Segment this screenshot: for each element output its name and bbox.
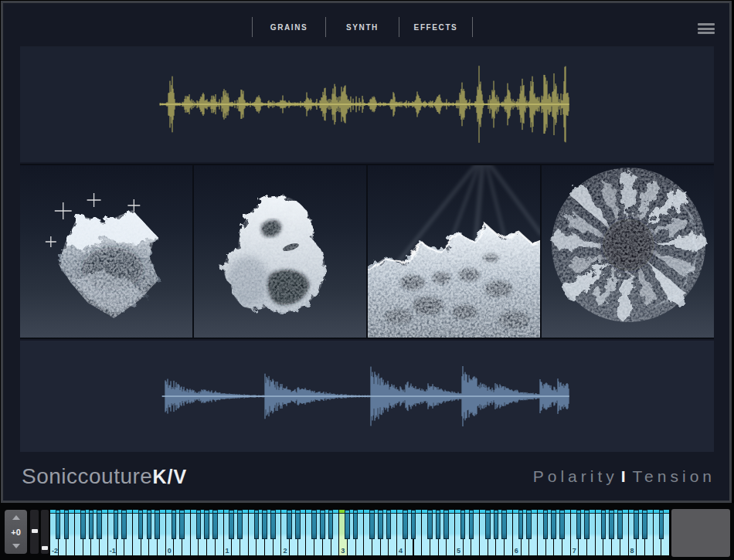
black-key-C#3[interactable] — [345, 510, 350, 539]
tile-particle-burst[interactable] — [542, 165, 714, 338]
black-key-F#0[interactable] — [196, 510, 202, 539]
black-key-F#-2[interactable] — [80, 510, 86, 539]
black-key-D#8[interactable] — [642, 510, 647, 539]
comet-surface-image — [368, 165, 540, 338]
black-key-G#3[interactable] — [378, 510, 383, 539]
sample-tiles — [20, 164, 714, 339]
key-range-strip — [387, 511, 391, 513]
keyboard-scrollbar-vertical[interactable] — [30, 510, 39, 554]
transpose-control[interactable]: +0 — [5, 510, 27, 554]
black-key-C#-1[interactable] — [114, 510, 119, 539]
black-key-C#6[interactable] — [518, 510, 524, 539]
tile-comet-surface[interactable] — [368, 165, 540, 338]
black-key-F#7[interactable] — [601, 510, 607, 539]
key-range-strip — [560, 511, 564, 513]
tile-asteroid-rock[interactable] — [194, 165, 366, 338]
black-key-F#2[interactable] — [311, 510, 317, 539]
black-key-A#7[interactable] — [617, 510, 623, 539]
black-key-A#4[interactable] — [443, 510, 449, 539]
slider-handle[interactable] — [42, 546, 48, 550]
black-key-G#1[interactable] — [262, 510, 267, 539]
black-key-D#6[interactable] — [526, 510, 532, 539]
key-range-strip — [527, 511, 531, 513]
key-range-strip — [205, 511, 209, 513]
black-key-A#6[interactable] — [559, 510, 565, 539]
key-range-strip — [255, 511, 259, 513]
octave-label: -2 — [52, 547, 58, 555]
key-range-strip — [634, 511, 638, 513]
black-key-G#6[interactable] — [551, 510, 556, 539]
black-key-C#8[interactable] — [634, 510, 639, 539]
black-key-C#5[interactable] — [460, 510, 466, 539]
black-key-C#4[interactable] — [403, 510, 408, 539]
hamburger-menu-icon[interactable] — [698, 23, 715, 34]
keyboard-zoom-slider[interactable] — [41, 510, 49, 554]
key-range-strip — [444, 511, 448, 513]
asteroid-rock-image — [194, 165, 366, 338]
series-divider: I — [618, 467, 633, 485]
black-key-F#3[interactable] — [369, 510, 375, 539]
octave-label: 0 — [168, 547, 172, 555]
black-key-D#7[interactable] — [584, 510, 590, 539]
key-range-strip — [552, 511, 556, 513]
key-range-strip — [354, 511, 358, 513]
black-key-D#5[interactable] — [469, 510, 474, 539]
black-key-D#3[interactable] — [353, 510, 359, 539]
key-range-strip — [577, 511, 581, 513]
scrollbar-handle[interactable] — [32, 529, 38, 533]
black-key-F#6[interactable] — [543, 510, 549, 539]
octave-label: 1 — [226, 547, 229, 555]
black-key-A#-2[interactable] — [97, 510, 102, 539]
key-range-strip — [370, 511, 374, 513]
black-key-G#-2[interactable] — [89, 510, 94, 539]
black-key-C#-2[interactable] — [56, 510, 61, 539]
black-key-F#5[interactable] — [485, 510, 491, 539]
tab-synth[interactable]: SYNTH — [326, 23, 399, 32]
series-right: Tension — [633, 467, 715, 485]
black-key-A#3[interactable] — [386, 510, 392, 539]
key-range-strip — [618, 511, 622, 513]
octave-label: 8 — [630, 547, 634, 555]
black-key-G#4[interactable] — [436, 510, 441, 539]
black-key-C#2[interactable] — [287, 510, 292, 539]
key-range-strip — [502, 511, 506, 513]
transpose-down-icon[interactable] — [12, 544, 20, 548]
black-key-A#1[interactable] — [270, 510, 276, 539]
black-key-A#5[interactable] — [501, 510, 507, 539]
black-key-D#4[interactable] — [411, 510, 416, 539]
black-key-C#1[interactable] — [229, 510, 234, 539]
key-range-strip — [437, 511, 440, 513]
black-key-G#-1[interactable] — [147, 510, 152, 539]
black-key-D#-1[interactable] — [121, 510, 127, 539]
octave-label: 3 — [341, 547, 345, 555]
black-key-A#0[interactable] — [212, 510, 218, 539]
key-range-strip — [229, 511, 233, 513]
octave-label: -1 — [110, 547, 116, 555]
black-key-G#2[interactable] — [320, 510, 325, 539]
black-key-G#5[interactable] — [494, 510, 499, 539]
black-key-G#0[interactable] — [204, 510, 209, 539]
black-key-A#2[interactable] — [328, 510, 334, 539]
tile-crystal-shard[interactable] — [20, 165, 192, 338]
black-key-G#7[interactable] — [609, 510, 614, 539]
black-key-C#0[interactable] — [172, 510, 177, 539]
black-key-A#-1[interactable] — [155, 510, 160, 539]
black-key-D#-2[interactable] — [64, 510, 70, 539]
key-range-strip — [155, 511, 159, 513]
key-range-strip — [56, 511, 60, 513]
key-range-strip — [519, 511, 523, 513]
black-key-D#2[interactable] — [295, 510, 301, 539]
black-key-F#-1[interactable] — [138, 510, 144, 539]
tab-grains[interactable]: GRAINS — [253, 23, 325, 32]
tab-effects[interactable]: EFFECTS — [399, 23, 472, 32]
source-waveform-panel — [20, 46, 714, 162]
black-key-F#1[interactable] — [254, 510, 260, 539]
black-key-F#8[interactable] — [659, 510, 664, 539]
black-key-C#7[interactable] — [576, 510, 582, 539]
black-key-D#0[interactable] — [179, 510, 185, 539]
key-range-strip — [486, 511, 490, 513]
transpose-up-icon[interactable] — [12, 515, 20, 520]
key-range-strip — [544, 511, 548, 513]
black-key-D#1[interactable] — [237, 510, 243, 539]
black-key-F#4[interactable] — [427, 510, 433, 539]
